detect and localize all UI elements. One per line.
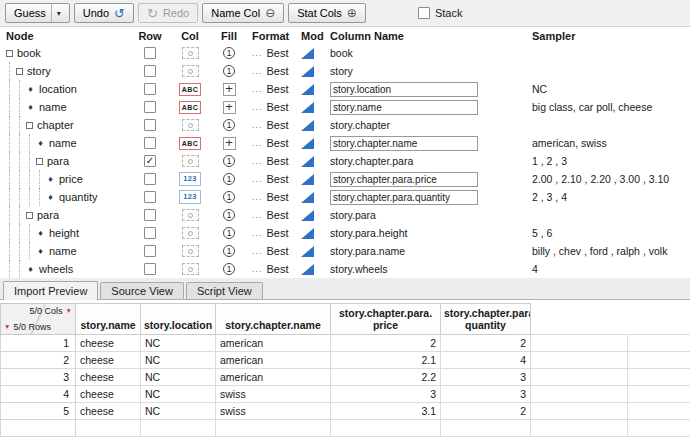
preview-column-header[interactable]: story.name <box>76 304 141 335</box>
fill-once-icon[interactable]: 1 <box>223 191 235 203</box>
row-number-cell[interactable] <box>1 420 76 437</box>
preview-cell[interactable]: cheese <box>76 386 141 403</box>
fill-once-icon[interactable]: 1 <box>223 227 235 239</box>
format-value[interactable]: Best <box>267 155 289 167</box>
format-options-icon[interactable]: ... <box>252 120 263 130</box>
preview-cell[interactable] <box>628 335 690 352</box>
format-options-icon[interactable]: ... <box>252 228 263 238</box>
format-value[interactable]: Best <box>267 119 289 131</box>
format-value[interactable]: Best <box>267 227 289 239</box>
format-value[interactable]: Best <box>267 101 289 113</box>
format-options-icon[interactable]: ... <box>252 174 263 184</box>
preview-cell[interactable] <box>531 369 628 386</box>
continuous-modeling-type-icon[interactable] <box>301 84 314 95</box>
leaf-node-icon[interactable]: ♦ <box>26 265 35 274</box>
preview-cell[interactable]: american <box>216 352 331 369</box>
fill-expand-icon[interactable]: + <box>223 137 236 150</box>
column-name-input[interactable] <box>330 82 478 97</box>
stat-cols-button[interactable]: Stat Cols ⊕ <box>288 3 366 23</box>
row-number-cell[interactable]: 4 <box>1 386 76 403</box>
leaf-node-icon[interactable]: ♦ <box>46 175 55 184</box>
leaf-node-icon[interactable]: ♦ <box>36 139 45 148</box>
preview-cell[interactable]: cheese <box>76 335 141 352</box>
preview-cell[interactable]: NC <box>141 335 216 352</box>
row-checkbox[interactable] <box>144 101 156 113</box>
continuous-modeling-type-icon[interactable] <box>301 48 314 59</box>
preview-cell[interactable]: NC <box>141 352 216 369</box>
preview-cell[interactable]: 4 <box>441 352 531 369</box>
no-column-type-icon[interactable] <box>182 245 199 257</box>
numeric-column-icon[interactable]: 123 <box>179 172 201 186</box>
preview-column-header[interactable]: story.chapter.para.price <box>331 304 441 335</box>
format-options-icon[interactable]: ... <box>252 156 263 166</box>
preview-cell[interactable]: 2 <box>331 335 441 352</box>
preview-cell[interactable] <box>628 420 690 437</box>
preview-column-header[interactable]: story.chapter.para.quantity <box>441 304 531 335</box>
row-checkbox[interactable] <box>144 155 156 167</box>
format-options-icon[interactable]: ... <box>252 102 263 112</box>
preview-cell[interactable] <box>216 420 331 437</box>
fill-once-icon[interactable]: 1 <box>223 173 235 185</box>
preview-cell[interactable]: 2.1 <box>331 352 441 369</box>
preview-cell[interactable]: 2 <box>441 335 531 352</box>
redo-button[interactable]: ↻ Redo <box>138 3 198 23</box>
preview-cell[interactable]: 2 <box>441 403 531 420</box>
preview-cell[interactable]: NC <box>141 386 216 403</box>
preview-cell[interactable] <box>331 420 441 437</box>
numeric-column-icon[interactable]: 123 <box>179 190 201 204</box>
leaf-node-icon[interactable]: ♦ <box>46 193 55 202</box>
row-checkbox[interactable] <box>144 65 156 77</box>
row-checkbox[interactable] <box>144 47 156 59</box>
row-checkbox[interactable] <box>144 245 156 257</box>
preview-cell[interactable] <box>531 420 628 437</box>
format-options-icon[interactable]: ... <box>252 192 263 202</box>
fill-once-icon[interactable]: 1 <box>223 47 235 59</box>
no-column-type-icon[interactable] <box>182 47 199 59</box>
preview-cell[interactable]: 3 <box>441 386 531 403</box>
no-column-type-icon[interactable] <box>182 155 199 167</box>
row-checkbox[interactable] <box>144 173 156 185</box>
no-column-type-icon[interactable] <box>182 263 199 275</box>
row-checkbox[interactable] <box>144 209 156 221</box>
undo-button[interactable]: Undo ↺ <box>74 3 134 23</box>
preview-cell[interactable]: 3 <box>441 369 531 386</box>
preview-cell[interactable]: cheese <box>76 369 141 386</box>
guess-button[interactable]: Guess ▾ <box>5 3 70 23</box>
leaf-node-icon[interactable]: ♦ <box>26 85 35 94</box>
continuous-modeling-type-icon[interactable] <box>301 120 314 131</box>
continuous-modeling-type-icon[interactable] <box>301 66 314 77</box>
row-checkbox[interactable] <box>144 83 156 95</box>
tab-import-preview[interactable]: Import Preview <box>3 281 98 300</box>
no-column-type-icon[interactable] <box>182 227 199 239</box>
column-name-input[interactable] <box>330 100 478 115</box>
row-checkbox[interactable] <box>144 119 156 131</box>
preview-column-header[interactable]: story.chapter.name <box>216 304 331 335</box>
columns-hotspot-icon[interactable]: ▼ <box>66 308 72 315</box>
format-options-icon[interactable]: ... <box>252 84 263 94</box>
tab-script-view[interactable]: Script View <box>186 282 263 299</box>
format-options-icon[interactable]: ... <box>252 66 263 76</box>
format-options-icon[interactable]: ... <box>252 210 263 220</box>
preview-cell[interactable] <box>441 420 531 437</box>
row-checkbox[interactable] <box>144 137 156 149</box>
format-value[interactable]: Best <box>267 83 289 95</box>
continuous-modeling-type-icon[interactable] <box>301 192 314 203</box>
tab-source-view[interactable]: Source View <box>100 282 184 299</box>
continuous-modeling-type-icon[interactable] <box>301 264 314 275</box>
continuous-modeling-type-icon[interactable] <box>301 228 314 239</box>
no-column-type-icon[interactable] <box>182 65 199 77</box>
character-column-icon[interactable]: ABC <box>179 83 201 96</box>
preview-cell[interactable]: NC <box>141 369 216 386</box>
preview-cell[interactable] <box>141 420 216 437</box>
fill-once-icon[interactable]: 1 <box>223 119 235 131</box>
no-column-type-icon[interactable] <box>182 209 199 221</box>
container-node-icon[interactable] <box>36 158 43 165</box>
preview-cell[interactable]: american <box>216 335 331 352</box>
format-value[interactable]: Best <box>267 209 289 221</box>
format-options-icon[interactable]: ... <box>252 48 263 58</box>
row-number-cell[interactable]: 1 <box>1 335 76 352</box>
name-col-button[interactable]: Name Col ⊖ <box>202 3 284 23</box>
preview-cell[interactable] <box>531 352 628 369</box>
preview-cell[interactable] <box>628 386 690 403</box>
leaf-node-icon[interactable]: ♦ <box>36 247 45 256</box>
